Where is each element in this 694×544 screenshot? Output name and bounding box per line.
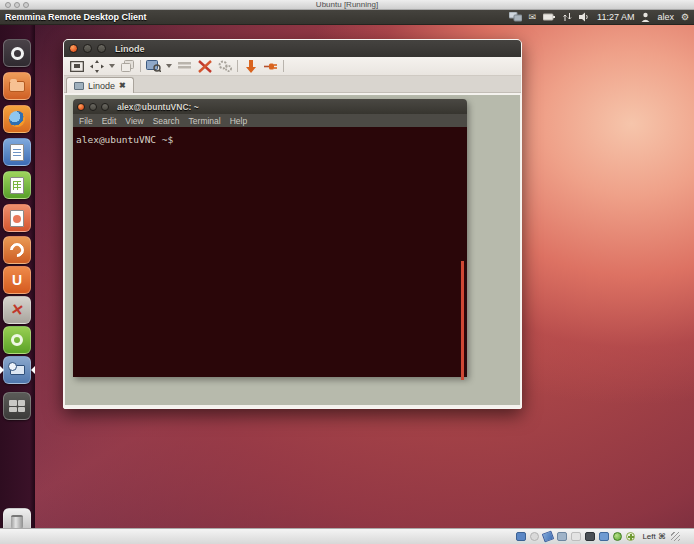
session-gear-icon[interactable]: ⚙ <box>681 10 689 25</box>
terminal-titlebar[interactable]: alex@ubuntuVNC: ~ <box>73 99 467 114</box>
audio-icon[interactable] <box>542 531 554 543</box>
network-monitors-icon[interactable] <box>509 12 522 22</box>
mouse-integration-icon[interactable] <box>626 532 635 541</box>
network-adapter-icon[interactable] <box>585 532 595 541</box>
ubuntu-one-icon: U <box>12 273 22 287</box>
remmina-icon <box>10 365 25 375</box>
host-key-indicator: Left ⌘ <box>639 532 666 541</box>
preferences-tools-icon[interactable] <box>197 60 212 73</box>
toolbar-separator <box>237 60 238 72</box>
volume-icon[interactable] <box>579 12 590 22</box>
terminal-minimize-button[interactable] <box>89 103 97 111</box>
launcher-item-software-center[interactable] <box>3 236 31 264</box>
menu-help[interactable]: Help <box>230 116 247 126</box>
launcher-item-trash[interactable] <box>3 508 31 528</box>
launcher-item-firefox[interactable] <box>3 105 31 133</box>
menu-file[interactable]: File <box>79 116 93 126</box>
ubuntu-logo-icon <box>11 47 24 60</box>
launcher-item-libreoffice-writer[interactable] <box>3 138 31 166</box>
virtualization-features-icon[interactable] <box>613 532 622 541</box>
toolbar-separator <box>283 60 284 72</box>
resize-grip[interactable] <box>670 532 680 542</box>
hard-disks-icon[interactable] <box>516 532 526 541</box>
sync-arrows-icon[interactable] <box>563 12 572 22</box>
terminal-menubar: File Edit View Search Terminal Help <box>73 114 467 127</box>
menu-edit[interactable]: Edit <box>102 116 117 126</box>
connection-tab-linode[interactable]: Linode ✖ <box>66 77 134 93</box>
disconnect-icon[interactable] <box>263 60 278 73</box>
calc-spreadsheet-icon <box>10 177 24 194</box>
launcher-item-ubuntu-one[interactable]: U <box>3 266 31 294</box>
software-center-icon <box>7 240 27 260</box>
menu-search[interactable]: Search <box>153 116 180 126</box>
remmina-tabbar: Linode ✖ <box>64 76 521 93</box>
unity-launcher: U ✕ <box>0 25 35 528</box>
remote-screen-icon <box>74 82 84 90</box>
workspace-switcher-icon <box>9 400 25 412</box>
folder-icon <box>9 81 25 92</box>
user-menu[interactable]: alex <box>657 12 674 22</box>
remmina-window: Linode <box>63 39 522 409</box>
tab-close-icon[interactable]: ✖ <box>119 81 126 90</box>
launcher-item-workspace-switcher[interactable] <box>3 392 31 420</box>
minimize-to-tray-icon[interactable] <box>243 60 258 73</box>
toolbar-separator <box>140 60 141 72</box>
impress-presentation-icon <box>10 210 24 227</box>
scaled-mode-icon[interactable] <box>146 60 161 73</box>
fit-window-dropdown[interactable] <box>109 64 115 68</box>
menu-view[interactable]: View <box>125 116 143 126</box>
window-maximize-button[interactable] <box>97 44 106 53</box>
keyboard-grab-icon[interactable] <box>177 60 192 73</box>
ubuntu-top-panel: Remmina Remote Desktop Client ✉ 11:27 AM <box>0 10 694 25</box>
focused-indicator-arrow <box>31 366 35 374</box>
remote-terminal-window: alex@ubuntuVNC: ~ File Edit View Search … <box>73 99 467 377</box>
fit-window-icon[interactable] <box>89 60 104 73</box>
tools-gears-icon[interactable] <box>217 60 232 73</box>
virtualbox-vm-window: Ubuntu [Running] Remmina Remote Desktop … <box>0 0 694 544</box>
running-indicator-arrow <box>0 366 4 374</box>
mail-icon[interactable]: ✉ <box>529 10 537 25</box>
fullscreen-icon[interactable] <box>69 60 84 73</box>
floppy-icon[interactable] <box>571 532 581 541</box>
launcher-item-libreoffice-impress[interactable] <box>3 204 31 232</box>
terminal-close-button[interactable] <box>77 103 85 111</box>
usb-icon[interactable] <box>557 532 567 541</box>
green-app-icon <box>11 334 23 346</box>
launcher-item-dash-home[interactable] <box>3 39 31 67</box>
terminal-content[interactable]: alex@ubuntuVNC ~$ <box>73 127 467 377</box>
launcher-item-remmina[interactable] <box>3 356 31 384</box>
display-icon[interactable] <box>599 532 609 541</box>
window-minimize-button[interactable] <box>83 44 92 53</box>
launcher-item-system-settings[interactable]: ✕ <box>3 296 31 324</box>
terminal-maximize-button[interactable] <box>101 103 109 111</box>
remmina-window-title: Linode <box>115 44 145 54</box>
appmenu-title[interactable]: Remmina Remote Desktop Client <box>0 12 147 22</box>
host-window-title: Ubuntu [Running] <box>0 0 694 10</box>
remmina-toolbar <box>64 57 521 76</box>
launcher-item-libreoffice-calc[interactable] <box>3 171 31 199</box>
vbox-statusbar: Left ⌘ <box>0 528 694 544</box>
launcher-item-software-green[interactable] <box>3 326 31 354</box>
render-artifact-vertical <box>461 261 464 380</box>
duplicate-icon[interactable] <box>120 60 135 73</box>
user-icon <box>641 12 650 22</box>
vnc-viewport[interactable]: alex@ubuntuVNC: ~ File Edit View Search … <box>65 95 520 405</box>
terminal-window-title: alex@ubuntuVNC: ~ <box>117 102 199 112</box>
window-close-button[interactable] <box>69 44 78 53</box>
indicator-tray: ✉ 11:27 AM alex ⚙ <box>509 10 694 25</box>
trash-icon <box>11 515 23 528</box>
writer-document-icon <box>10 144 24 161</box>
ubuntu-desktop-wallpaper: Remmina Remote Desktop Client ✉ 11:27 AM <box>0 10 694 528</box>
settings-tools-icon: ✕ <box>9 300 25 320</box>
menu-terminal[interactable]: Terminal <box>189 116 221 126</box>
shell-prompt: alex@ubuntuVNC ~$ <box>76 134 173 145</box>
optical-drives-icon[interactable] <box>530 532 539 541</box>
remmina-titlebar[interactable]: Linode <box>64 40 521 57</box>
firefox-icon <box>9 111 25 127</box>
scaled-mode-dropdown[interactable] <box>166 64 172 68</box>
host-window-titlebar[interactable]: Ubuntu [Running] <box>0 0 694 10</box>
tab-label: Linode <box>88 81 115 91</box>
battery-icon[interactable] <box>543 13 556 21</box>
clock[interactable]: 11:27 AM <box>597 12 634 22</box>
launcher-item-files[interactable] <box>3 72 31 100</box>
